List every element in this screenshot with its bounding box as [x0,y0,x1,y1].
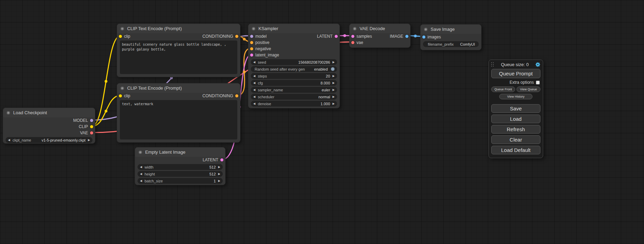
output-slot-clip[interactable] [90,125,93,128]
collapse-icon[interactable] [139,151,142,154]
collapse-icon[interactable] [252,27,255,30]
save-button[interactable]: Save [491,104,540,113]
prev-value-icon[interactable]: ◀ [8,139,10,142]
sampler-name-widget[interactable]: ◀ sampler_name euler ▶ [251,87,337,93]
load-default-button[interactable]: Load Default [491,146,540,154]
view-history-button[interactable]: View History [499,94,532,99]
input-slot-negative[interactable] [250,47,253,51]
input-slot-images[interactable] [422,36,425,39]
denoise-widget[interactable]: ◀ denoise 1.000 ▶ [251,101,337,107]
toggle-knob-icon[interactable] [331,67,335,71]
increment-icon[interactable]: ▶ [218,166,220,169]
output-slot-model[interactable] [90,119,93,122]
batch-size-widget[interactable]: ◀ batch_size 1 ▶ [138,178,223,184]
ckpt-name-widget[interactable]: ◀ ckpt_name v1-5-pruned-emaonly.ckpt ▶ [6,137,92,143]
increment-icon[interactable]: ▶ [218,180,220,182]
node-title-bar[interactable]: VAE Decode [350,24,410,33]
output-slot-conditioning[interactable] [235,94,238,98]
collapse-icon[interactable] [424,28,427,31]
widget-value: enabled [314,67,328,71]
collapse-icon[interactable] [353,27,356,30]
increment-icon[interactable]: ▶ [333,82,335,84]
clear-button[interactable]: Clear [491,135,540,144]
slot-row: negative [248,46,339,52]
node-empty-latent-image[interactable]: Empty Latent Image LATENT ◀ width 512 ▶ … [135,147,226,185]
input-slot-vae[interactable] [351,41,354,44]
output-slot-conditioning[interactable] [235,35,238,38]
queue-front-button[interactable]: Queue Front [491,87,515,92]
random-seed-toggle[interactable]: Random seed after every gen enabled [251,66,337,72]
input-slot-clip[interactable] [119,94,122,98]
increment-icon[interactable]: ▶ [333,102,335,105]
gear-icon [535,62,540,67]
drag-handle-icon[interactable] [491,62,494,67]
extra-options-row: Extra options [491,80,540,85]
next-value-icon[interactable]: ▶ [88,139,90,142]
extra-options-checkbox[interactable] [536,81,540,84]
widget-label: width [144,165,153,169]
output-label-latent: LATENT [317,34,333,39]
negative-prompt-textarea[interactable]: text, watermark [120,100,237,139]
decrement-icon[interactable]: ◀ [253,82,255,84]
steps-widget[interactable]: ◀ steps 20 ▶ [251,73,337,79]
output-slot-latent[interactable] [335,35,338,38]
decrement-icon[interactable]: ◀ [140,180,142,182]
collapse-icon[interactable] [121,27,124,30]
settings-gear-icon[interactable] [535,62,540,67]
comfyui-canvas[interactable]: { "canvas": { "width": "1859", "height":… [0,0,644,244]
input-slot-positive[interactable] [250,41,253,44]
decrement-icon[interactable]: ◀ [253,102,255,105]
load-button[interactable]: Load [491,115,540,123]
node-clip-text-encode-negative[interactable]: CLIP Text Encode (Prompt) clip CONDITION… [117,83,240,143]
node-ksampler[interactable]: KSampler model LATENT positive negative … [248,24,340,108]
prev-value-icon[interactable]: ◀ [253,96,255,98]
queue-prompt-button[interactable]: Queue Prompt [491,69,540,78]
node-vae-decode[interactable]: VAE Decode samples IMAGE vae [349,24,411,48]
increment-icon[interactable]: ▶ [218,173,220,175]
collapse-icon[interactable] [7,111,10,115]
node-title-bar[interactable]: KSampler [248,24,339,33]
next-value-icon[interactable]: ▶ [333,89,335,91]
node-title-bar[interactable]: Load Checkpoint [3,108,95,117]
collapse-icon[interactable] [121,87,124,90]
slot-row: model LATENT [248,33,339,39]
prev-value-icon[interactable]: ◀ [253,89,255,91]
output-label-image: IMAGE [390,34,403,39]
view-queue-button[interactable]: View Queue [517,87,540,92]
output-slot-image[interactable] [405,35,408,38]
node-load-checkpoint[interactable]: Load Checkpoint MODEL CLIP VAE ◀ ckpt_na… [3,108,95,144]
decrement-icon[interactable]: ◀ [140,173,142,175]
output-slot-latent[interactable] [220,159,223,162]
output-label-vae: VAE [80,130,88,135]
node-title-bar[interactable]: CLIP Text Encode (Prompt) [117,83,240,93]
positive-prompt-textarea[interactable]: beautiful scenery nature glass bottle la… [120,40,237,74]
queue-panel: Queue size: 0 Queue Prompt Extra options… [488,60,543,158]
input-slot-model[interactable] [250,35,253,38]
decrement-icon[interactable]: ◀ [140,166,142,169]
input-slot-latent-image[interactable] [250,54,253,57]
width-widget[interactable]: ◀ width 512 ▶ [138,164,223,170]
slot-row: vae [350,39,410,46]
node-save-image[interactable]: Save Image images filename_prefix ComfyU… [420,24,482,50]
increment-icon[interactable]: ▶ [333,75,335,78]
next-value-icon[interactable]: ▶ [333,96,335,98]
scheduler-widget[interactable]: ◀ scheduler normal ▶ [251,94,337,100]
node-title-bar[interactable]: CLIP Text Encode (Prompt) [117,24,240,33]
decrement-icon[interactable]: ◀ [253,61,255,64]
seed-widget[interactable]: ◀ seed 156680208700286 ▶ [251,59,337,65]
node-title-bar[interactable]: Save Image [421,25,481,34]
node-title: CLIP Text Encode (Prompt) [127,26,182,31]
output-slot-vae[interactable] [90,132,93,135]
node-clip-text-encode-positive[interactable]: CLIP Text Encode (Prompt) clip CONDITION… [117,24,240,77]
height-widget[interactable]: ◀ height 512 ▶ [138,171,223,177]
node-title-bar[interactable]: Empty Latent Image [135,147,225,157]
cfg-widget[interactable]: ◀ cfg 8.000 ▶ [251,80,337,86]
increment-icon[interactable]: ▶ [333,61,335,64]
refresh-button[interactable]: Refresh [491,125,540,134]
input-slot-samples[interactable] [351,35,354,38]
decrement-icon[interactable]: ◀ [253,75,255,78]
input-slot-clip[interactable] [119,35,122,38]
extra-options-label: Extra options [510,80,534,85]
output-label-conditioning: CONDITIONING [202,93,233,98]
filename-prefix-widget[interactable]: filename_prefix ComfyUI [423,41,479,47]
